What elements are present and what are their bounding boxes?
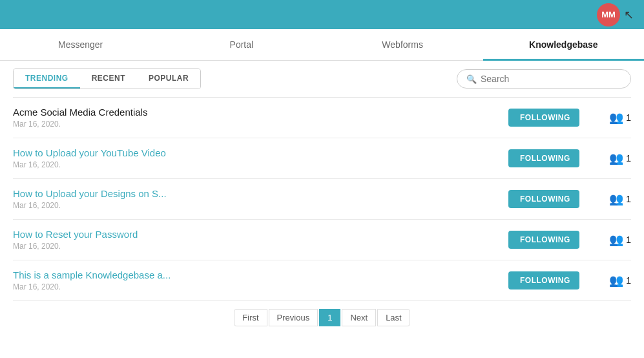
followers-count: 👥 1 (579, 192, 631, 206)
last-page-button[interactable]: Last (377, 309, 410, 326)
article-info: How to Upload your Designs on S... Mar 1… (13, 188, 508, 210)
filter-tab-popular[interactable]: POPULAR (137, 69, 200, 89)
followers-count: 👥 1 (579, 273, 631, 288)
top-bar: MM ↖ (0, 0, 644, 29)
followers-count: 👥 1 (579, 151, 631, 165)
article-row: How to Upload your Designs on S... Mar 1… (13, 179, 631, 220)
nav-tabs: Messenger Portal Webforms Knowledgebase (0, 29, 644, 61)
article-info: This is a sample Knowledgebase a... Mar … (13, 269, 508, 291)
followers-icon: 👥 (609, 151, 623, 165)
article-title[interactable]: How to Reset your Password (13, 229, 508, 240)
search-box: 🔍 (457, 69, 631, 89)
tab-webforms[interactable]: Webforms (322, 29, 483, 60)
followers-number: 1 (626, 275, 631, 286)
search-icon: 🔍 (466, 74, 477, 84)
article-date: Mar 16, 2020. (13, 242, 508, 251)
tab-knowledgebase[interactable]: Knowledgebase (483, 29, 644, 60)
article-row: How to Reset your Password Mar 16, 2020.… (13, 220, 631, 260)
followers-icon: 👥 (609, 111, 623, 125)
following-button[interactable]: FOLLOWING (508, 271, 579, 290)
article-date: Mar 16, 2020. (13, 160, 508, 169)
content-area: TRENDING RECENT POPULAR 🔍 Acme Social Me… (0, 61, 644, 334)
following-button[interactable]: FOLLOWING (508, 109, 579, 127)
followers-number: 1 (626, 112, 631, 123)
following-button[interactable]: FOLLOWING (508, 190, 579, 208)
current-page-button[interactable]: 1 (319, 309, 340, 326)
search-input[interactable] (481, 74, 621, 84)
article-info: How to Reset your Password Mar 16, 2020. (13, 229, 508, 251)
article-date: Mar 16, 2020. (13, 201, 508, 210)
followers-number: 1 (626, 153, 631, 163)
article-date: Mar 16, 2020. (13, 282, 508, 291)
followers-count: 👥 1 (579, 233, 631, 247)
avatar[interactable]: MM (597, 3, 620, 26)
article-title[interactable]: This is a sample Knowledgebase a... (13, 269, 508, 280)
filter-tabs: TRENDING RECENT POPULAR (13, 68, 201, 89)
followers-icon: 👥 (609, 192, 623, 206)
followers-icon: 👥 (609, 273, 623, 288)
following-button[interactable]: FOLLOWING (508, 231, 579, 249)
filter-tab-trending[interactable]: TRENDING (14, 69, 80, 89)
followers-number: 1 (626, 194, 631, 204)
article-row: Acme Social Media Credentials Mar 16, 20… (13, 98, 631, 138)
article-info: How to Upload your YouTube Video Mar 16,… (13, 147, 508, 169)
articles-list: Acme Social Media Credentials Mar 16, 20… (13, 97, 631, 301)
article-info: Acme Social Media Credentials Mar 16, 20… (13, 107, 508, 129)
cursor-icon: ↖ (624, 8, 634, 22)
article-row: This is a sample Knowledgebase a... Mar … (13, 260, 631, 301)
pagination: First Previous 1 Next Last (13, 301, 631, 334)
filter-tab-recent[interactable]: RECENT (80, 69, 137, 89)
article-title: Acme Social Media Credentials (13, 107, 508, 118)
filter-row: TRENDING RECENT POPULAR 🔍 (13, 68, 631, 89)
article-title[interactable]: How to Upload your Designs on S... (13, 188, 508, 199)
first-page-button[interactable]: First (234, 309, 267, 326)
previous-page-button[interactable]: Previous (269, 309, 318, 326)
following-button[interactable]: FOLLOWING (508, 149, 579, 167)
followers-icon: 👥 (609, 233, 623, 247)
article-title[interactable]: How to Upload your YouTube Video (13, 147, 508, 158)
followers-count: 👥 1 (579, 111, 631, 125)
article-date: Mar 16, 2020. (13, 120, 508, 129)
next-page-button[interactable]: Next (342, 309, 376, 326)
followers-number: 1 (626, 235, 631, 245)
article-row: How to Upload your YouTube Video Mar 16,… (13, 138, 631, 179)
tab-portal[interactable]: Portal (161, 29, 322, 60)
tab-messenger[interactable]: Messenger (0, 29, 161, 60)
